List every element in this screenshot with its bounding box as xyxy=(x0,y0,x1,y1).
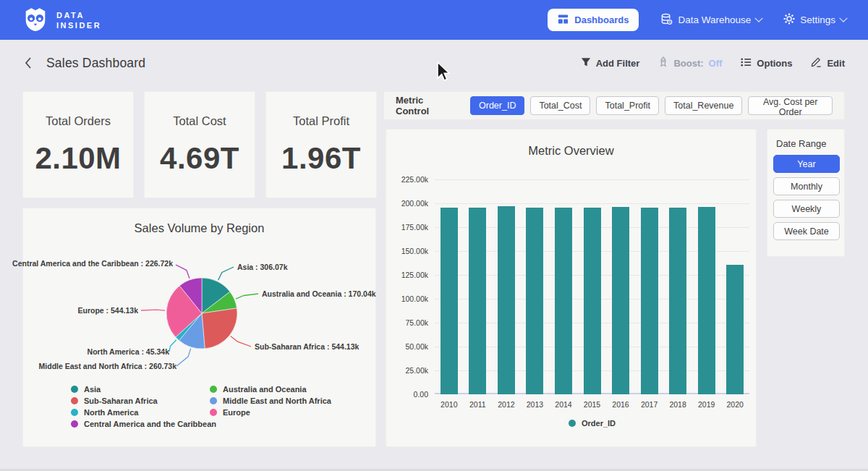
date-range-option-year[interactable]: Year xyxy=(773,155,840,173)
date-range-option-weekly[interactable]: Weekly xyxy=(773,200,840,218)
kpi-label: Total Profit xyxy=(293,114,349,128)
bar-2018[interactable] xyxy=(669,208,686,394)
x-axis-label-2018: 2018 xyxy=(663,400,692,409)
bar-chart-panel: Metric Overview Order_ID 225.00k200.00k1… xyxy=(386,129,757,447)
x-axis-label-2014: 2014 xyxy=(549,400,578,409)
brand-line2: INSIDER xyxy=(56,20,101,30)
x-axis-label-2013: 2013 xyxy=(520,400,549,409)
bar-2011[interactable] xyxy=(469,208,486,394)
gear-icon xyxy=(783,13,795,27)
pie-legend-item-north-america[interactable]: North America xyxy=(71,408,216,417)
bar-2012[interactable] xyxy=(498,206,515,394)
y-axis-tick: 0.00 xyxy=(386,390,428,399)
pie-legend-item-central-america-and-the-caribbean[interactable]: Central America and the Caribbean xyxy=(71,420,216,428)
pie-legend-item-sub-saharan-africa[interactable]: Sub-Saharan Africa xyxy=(71,396,216,405)
bar-2014[interactable] xyxy=(555,208,572,394)
y-axis-tick: 225.00k xyxy=(386,175,428,184)
pie-leader-line xyxy=(176,349,191,366)
legend-dot xyxy=(210,397,217,404)
dashboards-label: Dashboards xyxy=(574,14,629,25)
pie-legend-item-asia[interactable]: Asia xyxy=(71,385,216,394)
dashboards-button[interactable]: Dashboards xyxy=(548,9,639,31)
y-axis-tick: 175.00k xyxy=(386,223,428,232)
bar-2013[interactable] xyxy=(526,208,543,394)
pie-chart-panel: Sales Volume by Region Asia : 306.07k Au… xyxy=(22,208,376,447)
metric-option-order-id[interactable]: Order_ID xyxy=(470,96,524,115)
dashboard-grid-icon xyxy=(558,14,569,27)
pie-legend-item-europe[interactable]: Europe xyxy=(210,408,331,417)
pie-legend-item-middle-east-and-north-africa[interactable]: Middle East and North Africa xyxy=(210,396,331,405)
boost-value: Off xyxy=(709,58,723,69)
back-button[interactable] xyxy=(23,56,33,69)
metric-option-total-profit[interactable]: Total_Profit xyxy=(596,96,659,115)
bar-chart-legend[interactable]: Order_ID xyxy=(435,419,749,428)
metric-control-label: Metric Control xyxy=(396,95,457,116)
x-axis-label-2011: 2011 xyxy=(463,400,492,409)
gridline xyxy=(435,179,749,180)
add-filter-button[interactable]: Add Filter xyxy=(581,57,640,69)
kpi-value: 2.10M xyxy=(35,141,121,176)
data-warehouse-menu[interactable]: Data Warehouse xyxy=(660,13,762,27)
bar-2015[interactable] xyxy=(584,208,601,394)
legend-series-label: Order_ID xyxy=(582,419,616,428)
x-axis-label-2012: 2012 xyxy=(492,400,521,409)
top-navbar: DATA INSIDER Dashboards xyxy=(0,0,868,40)
bar-2016[interactable] xyxy=(612,207,629,394)
add-filter-label: Add Filter xyxy=(596,58,640,69)
bar-2019[interactable] xyxy=(698,207,715,394)
legend-label: Central America and the Caribbean xyxy=(84,420,216,428)
options-button[interactable]: Options xyxy=(741,57,792,69)
metric-option-avg-cost-per-order[interactable]: Avg. Cost per Order xyxy=(748,96,833,115)
bar-chart-title: Metric Overview xyxy=(386,144,756,158)
page-title: Sales Dashboard xyxy=(46,56,145,71)
legend-label: Sub-Saharan Africa xyxy=(84,396,158,405)
legend-label: North America xyxy=(84,408,138,417)
owl-logo-icon xyxy=(22,5,49,35)
pie-slice-sub-saharan-africa[interactable] xyxy=(202,308,237,349)
legend-dot xyxy=(71,386,78,393)
pie-leader-line xyxy=(231,336,251,347)
legend-label: Asia xyxy=(84,385,101,394)
edit-label: Edit xyxy=(827,58,845,69)
legend-dot xyxy=(71,397,78,404)
bar-2017[interactable] xyxy=(641,208,658,395)
metric-option-total-cost[interactable]: Total_Cost xyxy=(530,96,590,115)
pie-leader-line xyxy=(236,294,258,299)
page-header: Sales Dashboard Add Filter Boost: Off xyxy=(0,40,868,86)
settings-label: Settings xyxy=(800,14,835,25)
boost-toggle[interactable]: Boost: Off xyxy=(658,56,722,69)
data-warehouse-label: Data Warehouse xyxy=(678,14,751,25)
legend-dot xyxy=(210,386,217,393)
pie-leader-line xyxy=(176,265,190,279)
date-range-panel: Date Range YearMonthlyWeeklyWeek Date xyxy=(767,129,845,257)
date-range-option-monthly[interactable]: Monthly xyxy=(773,177,840,195)
pie-legend-item-australia-and-oceania[interactable]: Australia and Oceania xyxy=(210,385,331,394)
brand-line1: DATA xyxy=(56,10,101,20)
bar-2010[interactable] xyxy=(441,208,458,395)
bar-2020[interactable] xyxy=(726,265,744,394)
edit-button[interactable]: Edit xyxy=(811,56,845,69)
date-range-option-week-date[interactable]: Week Date xyxy=(773,222,840,240)
pie-label-australia-oceania: Australia and Oceania : 170.04k xyxy=(262,289,376,298)
pie-leader-line xyxy=(169,340,176,352)
pie-label-north-america: North America : 45.34k xyxy=(88,347,169,356)
boost-label: Boost: xyxy=(673,58,703,69)
legend-dot xyxy=(71,409,78,416)
legend-label: Middle East and North Africa xyxy=(223,396,331,405)
kpi-label: Total Cost xyxy=(173,114,226,128)
legend-label: Australia and Oceania xyxy=(223,385,307,394)
chevron-down-icon xyxy=(839,14,847,22)
rocket-icon xyxy=(658,56,668,69)
brand-logo[interactable]: DATA INSIDER xyxy=(22,5,101,35)
pie-label-central-america-caribbean: Central America and the Caribbean : 226.… xyxy=(12,259,173,268)
pie-label-europe: Europe : 544.13k xyxy=(78,306,138,315)
kpi-label: Total Orders xyxy=(46,114,111,128)
settings-menu[interactable]: Settings xyxy=(783,13,846,27)
pie-label-middle-east-north-africa: Middle East and North Africa : 260.73k xyxy=(39,362,176,370)
kpi-card-total-profit: Total Profit 1.96T xyxy=(265,91,377,198)
x-axis-label-2010: 2010 xyxy=(435,400,464,409)
metric-option-total-revenue[interactable]: Total_Revenue xyxy=(665,96,742,115)
kpi-card-total-orders: Total Orders 2.10M xyxy=(22,91,134,198)
list-options-icon xyxy=(741,57,752,69)
pie-legend-column-1: AsiaSub-Saharan AfricaNorth AmericaCentr… xyxy=(71,385,216,428)
